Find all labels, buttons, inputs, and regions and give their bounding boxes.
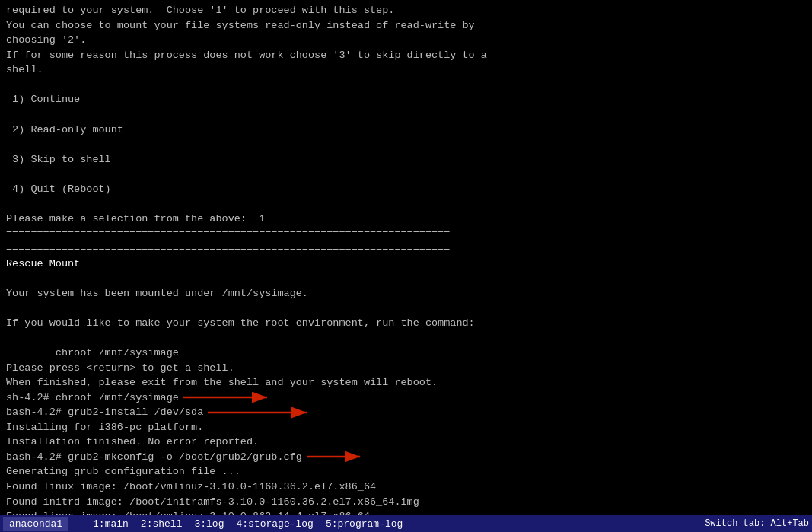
- tab-3-log[interactable]: 3:log: [188, 517, 230, 531]
- line-33: Found initrd image: /boot/initramfs-3.10…: [6, 495, 806, 510]
- line-10: 3) Skip to shell: [6, 152, 806, 167]
- line-7: [6, 107, 806, 123]
- line-19: Your system has been mounted under /mnt/…: [6, 286, 806, 301]
- line-3: If for some reason this process does not…: [6, 48, 806, 63]
- line-13: [6, 196, 806, 212]
- line-1: You can choose to mount your file system…: [6, 18, 806, 33]
- line-31: Generating grub configuration file ...: [6, 464, 806, 479]
- line-22: [6, 330, 806, 346]
- switch-tab-hint: Switch tab: Alt+Tab: [705, 518, 809, 529]
- line-17: Rescue Mount: [6, 256, 806, 272]
- tab-separator: [68, 517, 87, 531]
- line-12: 4) Quit (Reboot): [6, 182, 806, 197]
- line-9: [6, 137, 806, 152]
- line-30: bash-4.2# grub2-mkconfig -o /boot/grub2/…: [6, 450, 806, 465]
- line-16: ========================================…: [6, 241, 806, 256]
- line-32: Found linux image: /boot/vmlinuz-3.10.0-…: [6, 479, 806, 495]
- line-6: 1) Continue: [6, 92, 806, 107]
- terminal-container: required to your system. Choose '1' to p…: [0, 0, 812, 532]
- line-27: bash-4.2# grub2-install /dev/sda: [6, 405, 806, 420]
- line-34: Found linux image: /boot/vmlinuz-3.10.0-…: [6, 509, 806, 515]
- line-23: chroot /mnt/sysimage: [6, 346, 806, 361]
- line-5: [6, 78, 806, 93]
- line-24: Please press <return> to get a shell.: [6, 361, 806, 376]
- line-4: shell.: [6, 62, 806, 78]
- line-11: [6, 167, 806, 182]
- line-2: choosing '2'.: [6, 33, 806, 48]
- terminal-output: required to your system. Choose '1' to p…: [0, 0, 812, 515]
- statusbar: anaconda1 1:main 2:shell 3:log 4:storage…: [0, 515, 812, 532]
- line-26: sh-4.2# chroot /mnt/sysimage: [6, 390, 806, 406]
- line-0: required to your system. Choose '1' to p…: [6, 3, 806, 18]
- line-21: If you would like to make your system th…: [6, 316, 806, 331]
- tab-1-main[interactable]: 1:main: [87, 517, 135, 531]
- tab-5-program-log[interactable]: 5:program-log: [320, 517, 409, 531]
- line-29: Installation finished. No error reported…: [6, 435, 806, 450]
- tab-4-storage-log[interactable]: 4:storage-log: [230, 517, 319, 531]
- line-18: [6, 271, 806, 286]
- line-15: ========================================…: [6, 226, 806, 241]
- tab-2-shell[interactable]: 2:shell: [135, 517, 189, 531]
- line-8: 2) Read-only mount: [6, 123, 806, 138]
- line-25: When finished, please exit from the shel…: [6, 375, 806, 390]
- line-20: [6, 301, 806, 316]
- tab-anaconda1-main[interactable]: anaconda1: [3, 517, 68, 531]
- line-28: Installing for i386-pc platform.: [6, 420, 806, 435]
- line-14: Please make a selection from the above: …: [6, 212, 806, 227]
